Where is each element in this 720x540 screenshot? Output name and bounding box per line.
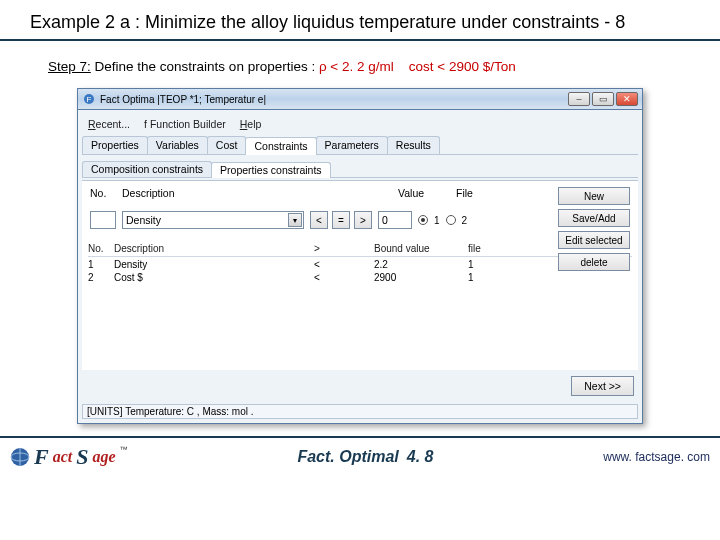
chevron-down-icon[interactable]: ▾: [288, 213, 302, 227]
list-row[interactable]: 1 Density < 2.2 1: [88, 257, 632, 270]
subtab-composition[interactable]: Composition constraints: [82, 161, 212, 177]
file-radio-group: 1 2: [418, 215, 467, 226]
menu-function-builder[interactable]: f Function Builder: [144, 118, 226, 130]
tab-cost[interactable]: Cost: [207, 136, 247, 154]
form-row: Density ▾ < = > 0 1 2: [88, 203, 632, 233]
form-headers: No. Description Value File: [88, 187, 632, 203]
svg-text:F: F: [87, 95, 92, 104]
close-button[interactable]: ✕: [616, 92, 638, 106]
description-dropdown[interactable]: Density ▾: [122, 211, 304, 229]
step-label: Step 7:: [48, 59, 91, 74]
less-than-button[interactable]: <: [310, 211, 328, 229]
tab-properties[interactable]: Properties: [82, 136, 148, 154]
site-url[interactable]: www. factsage. com: [603, 450, 710, 464]
main-tabs: Properties Variables Cost Constraints Pa…: [82, 136, 638, 155]
app-window: F Fact Optima |TEOP *1; Temperatur e| – …: [77, 88, 643, 424]
list-row[interactable]: 2 Cost $ < 2900 1: [88, 270, 632, 283]
globe-icon: [10, 447, 30, 467]
footer: FactSage™ Fact. Optimal 4. 8 www. factsa…: [0, 438, 720, 470]
side-actions: New Save/Add Edit selected delete: [558, 187, 630, 271]
tab-results[interactable]: Results: [387, 136, 440, 154]
equal-button[interactable]: =: [332, 211, 350, 229]
edit-selected-button[interactable]: Edit selected: [558, 231, 630, 249]
description-value: Density: [126, 214, 161, 226]
minimize-button[interactable]: –: [568, 92, 590, 106]
constraint-cost: cost < 2900 $/Ton: [409, 59, 516, 74]
value-field[interactable]: 0: [378, 211, 412, 229]
list-header-desc: Description: [114, 243, 314, 254]
delete-button[interactable]: delete: [558, 253, 630, 271]
slide-title: Example 2 a : Minimize the alloy liquidu…: [0, 0, 720, 39]
new-button[interactable]: New: [558, 187, 630, 205]
header-no: No.: [90, 187, 116, 199]
file-radio-1[interactable]: [418, 215, 428, 225]
list-header: No. Description > Bound value file: [88, 243, 632, 257]
titlebar[interactable]: F Fact Optima |TEOP *1; Temperatur e| – …: [77, 88, 643, 110]
no-field[interactable]: [90, 211, 116, 229]
menu-recent[interactable]: Recent...: [88, 118, 130, 130]
save-add-button[interactable]: Save/Add: [558, 209, 630, 227]
maximize-button[interactable]: ▭: [592, 92, 614, 106]
constraint-rho: ρ < 2. 2 g/ml: [319, 59, 394, 74]
window-title: Fact Optima |TEOP *1; Temperatur e|: [100, 94, 266, 105]
status-units: [UNITS] Temperature: C , Mass: mol .: [87, 406, 254, 417]
tab-constraints[interactable]: Constraints: [245, 137, 316, 155]
menubar: Recent... f Function Builder Help: [82, 114, 638, 136]
file-radio-2[interactable]: [446, 215, 456, 225]
subtab-properties-constraints[interactable]: Properties constraints: [211, 162, 331, 178]
app-icon: F: [82, 92, 96, 106]
product-label: Fact. Optimal 4. 8: [297, 448, 433, 466]
header-description: Description: [122, 187, 304, 199]
list-header-file: file: [468, 243, 508, 254]
header-value: Value: [398, 187, 450, 199]
step-text: Define the constraints on properties :: [95, 59, 319, 74]
bottom-bar: Next >>: [82, 370, 638, 402]
header-file: File: [456, 187, 514, 199]
sub-tabs: Composition constraints Properties const…: [82, 161, 638, 178]
list-header-bound: Bound value: [374, 243, 468, 254]
list-header-no: No.: [88, 243, 114, 254]
statusbar: [UNITS] Temperature: C , Mass: mol .: [82, 404, 638, 419]
step-line: Step 7: Define the constraints on proper…: [0, 41, 720, 88]
list-header-op: >: [314, 243, 374, 254]
constraints-panel: New Save/Add Edit selected delete No. De…: [82, 180, 638, 370]
factsage-logo: FactSage™: [10, 444, 128, 470]
tab-parameters[interactable]: Parameters: [316, 136, 388, 154]
menu-help[interactable]: Help: [240, 118, 262, 130]
next-button[interactable]: Next >>: [571, 376, 634, 396]
relation-buttons: < = >: [310, 211, 372, 229]
tab-variables[interactable]: Variables: [147, 136, 208, 154]
greater-than-button[interactable]: >: [354, 211, 372, 229]
